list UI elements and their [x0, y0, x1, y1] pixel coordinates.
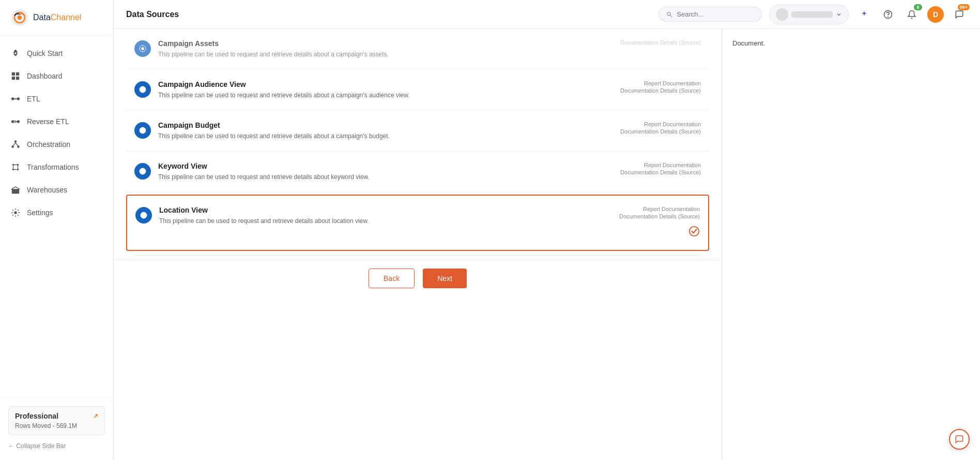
- pipeline-item-keyword-view[interactable]: Keyword View This pipeline can be used t…: [126, 152, 709, 192]
- pipeline-report-link[interactable]: Report Documentation: [643, 206, 700, 212]
- chat-bubble-button[interactable]: [949, 429, 970, 450]
- pipeline-info: Location View This pipeline can be used …: [159, 206, 607, 226]
- svg-line-16: [13, 143, 16, 146]
- back-button[interactable]: Back: [369, 269, 415, 288]
- user-avatar: [776, 8, 788, 21]
- pipeline-right: Report Documentation Documentation Detai…: [608, 121, 701, 135]
- pipeline-report-link[interactable]: Report Documentation: [644, 80, 701, 86]
- user-dropdown[interactable]: [769, 5, 849, 24]
- svg-line-17: [16, 143, 18, 146]
- help-icon: [883, 10, 893, 19]
- logo-icon: [10, 8, 29, 27]
- pipeline-item-location-view[interactable]: Location View This pipeline can be used …: [126, 195, 709, 251]
- pipeline-item-campaign-budget[interactable]: Campaign Budget This pipeline can be use…: [126, 111, 709, 152]
- plan-title: Professional ↗: [15, 412, 98, 420]
- sidebar-nav: Quick Start Dashboard ETL Reverse ETL Or…: [0, 36, 113, 397]
- message-button[interactable]: 99+: [951, 6, 968, 23]
- pipeline-desc: This pipeline can be used to request and…: [158, 91, 608, 100]
- help-button[interactable]: [880, 6, 896, 23]
- message-icon: [955, 10, 964, 19]
- pipeline-icon: [135, 207, 152, 224]
- svg-point-3: [14, 52, 17, 54]
- pipeline-doc-link[interactable]: Documentation Details (Source): [620, 87, 701, 94]
- pipeline-left: Campaign Audience View This pipeline can…: [134, 80, 608, 100]
- pipeline-item-campaign-assets[interactable]: Campaign Assets This pipeline can be use…: [126, 29, 709, 70]
- selected-check-icon: [688, 226, 700, 240]
- pipeline-links: Report Documentation Documentation Detai…: [620, 121, 701, 135]
- pipeline-list-panel: Campaign Assets This pipeline can be use…: [114, 29, 722, 460]
- sidebar-item-reverse-etl[interactable]: Reverse ETL: [0, 110, 113, 133]
- svg-rect-6: [12, 77, 15, 80]
- header-right: 6 D 99+: [659, 5, 968, 24]
- sidebar-item-etl[interactable]: ETL: [0, 87, 113, 110]
- warehouse-icon: [10, 185, 21, 195]
- sidebar-item-label: Transformations: [27, 163, 79, 171]
- svg-rect-5: [16, 72, 19, 76]
- search-input[interactable]: [677, 10, 754, 18]
- pipeline-desc: This pipeline can be used to request and…: [158, 50, 608, 59]
- search-box[interactable]: [659, 7, 762, 22]
- svg-point-20: [12, 169, 14, 171]
- svg-line-30: [670, 15, 672, 17]
- content-divider: [134, 255, 701, 256]
- sidebar-item-label: ETL: [27, 95, 40, 103]
- pipeline-desc: This pipeline can be used to request and…: [158, 172, 608, 182]
- sidebar-item-dashboard[interactable]: Dashboard: [0, 65, 113, 87]
- pipeline-doc-link[interactable]: Documentation Details (Source): [619, 213, 700, 219]
- sidebar-item-transformations[interactable]: Transformations: [0, 156, 113, 179]
- pipeline-report-link[interactable]: Report Documentation: [644, 162, 701, 168]
- pipeline-left: Location View This pipeline can be used …: [135, 206, 607, 226]
- pipeline-report-link[interactable]: Report Documentation: [644, 121, 701, 127]
- pipeline-name: Campaign Budget: [158, 121, 608, 129]
- collapse-sidebar-button[interactable]: ← Collapse Side Bar: [8, 440, 105, 452]
- svg-point-13: [14, 140, 17, 143]
- pipeline-icon: [134, 122, 151, 139]
- main-layout: Data Sources 6 D: [114, 0, 980, 460]
- user-name: [791, 11, 833, 18]
- page-title: Data Sources: [126, 10, 179, 19]
- sidebar-item-settings[interactable]: Settings: [0, 201, 113, 224]
- svg-point-21: [17, 169, 19, 171]
- svg-point-34: [141, 47, 144, 50]
- pipeline-links: Report Documentation Documentation Detai…: [620, 162, 701, 175]
- pipeline-info: Campaign Audience View This pipeline can…: [158, 80, 608, 100]
- pipeline-name: Campaign Audience View: [158, 80, 608, 88]
- right-panel-content: Document.: [732, 39, 765, 47]
- pipeline-doc-link[interactable]: Documentation Details (Source): [620, 169, 701, 175]
- pipeline-doc-link[interactable]: Documentation Details (Source): [620, 39, 701, 46]
- sidebar-item-orchestration[interactable]: Orchestration: [0, 133, 113, 156]
- plan-link-icon[interactable]: ↗: [93, 412, 98, 420]
- sidebar-item-label: Orchestration: [27, 140, 70, 149]
- pipeline-desc: This pipeline can be used to request and…: [158, 131, 608, 141]
- pipeline-links: Documentation Details (Source): [620, 39, 701, 46]
- pipeline-right: Report Documentation Documentation Detai…: [608, 162, 701, 175]
- next-button[interactable]: Next: [423, 269, 467, 288]
- pipeline-name: Keyword View: [158, 162, 608, 170]
- sparkle-icon: [860, 10, 869, 19]
- pipeline-item-campaign-audience[interactable]: Campaign Audience View This pipeline can…: [126, 70, 709, 111]
- pipeline-name: Campaign Assets: [158, 39, 608, 48]
- sidebar-item-quick-start[interactable]: Quick Start: [0, 42, 113, 65]
- sidebar-footer: Professional ↗ Rows Moved - 569.1M ← Col…: [0, 397, 113, 460]
- logo-text: DataChannel: [33, 13, 81, 22]
- pipeline-right: Documentation Details (Source): [608, 39, 701, 46]
- sidebar-item-label: Quick Start: [27, 49, 63, 57]
- pipeline-left: Keyword View This pipeline can be used t…: [134, 162, 608, 182]
- content-area: Campaign Assets This pipeline can be use…: [114, 29, 980, 460]
- svg-rect-9: [17, 97, 20, 100]
- pipeline-right: Report Documentation Documentation Detai…: [607, 206, 700, 240]
- svg-rect-7: [16, 77, 19, 80]
- right-panel: Document.: [722, 29, 980, 460]
- bell-icon: [907, 10, 916, 19]
- pipeline-left: Campaign Assets This pipeline can be use…: [134, 39, 608, 59]
- sidebar-item-warehouses[interactable]: Warehouses: [0, 179, 113, 201]
- user-avatar-button[interactable]: D: [927, 6, 944, 23]
- rocket-icon: [10, 48, 21, 58]
- pipeline-info: Keyword View This pipeline can be used t…: [158, 162, 608, 182]
- notification-button[interactable]: 6: [904, 6, 920, 23]
- pipeline-info: Campaign Assets This pipeline can be use…: [158, 39, 608, 59]
- sparkle-button[interactable]: [856, 6, 872, 23]
- svg-point-2: [18, 16, 22, 20]
- header: Data Sources 6 D: [114, 0, 980, 29]
- pipeline-doc-link[interactable]: Documentation Details (Source): [620, 128, 701, 135]
